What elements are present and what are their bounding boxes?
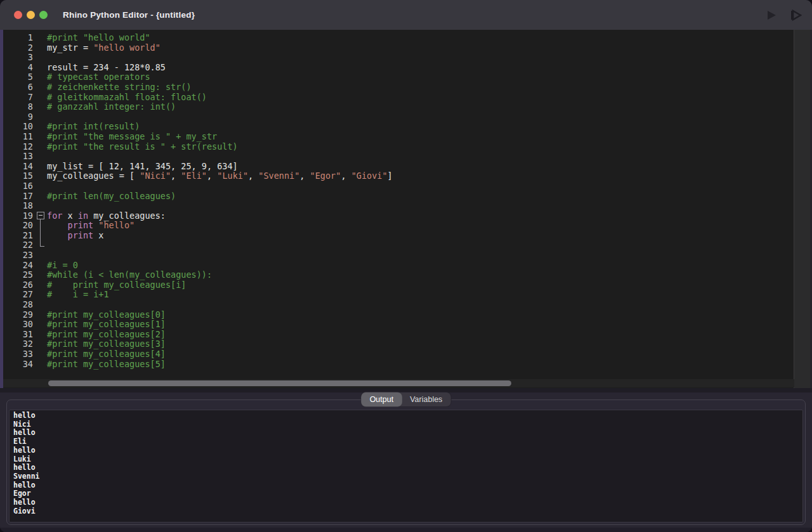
output-variables-tabs: OutputVariables xyxy=(362,393,451,406)
output-line: Svenni xyxy=(13,472,802,481)
code-line[interactable]: 29#print my_colleagues[0] xyxy=(3,310,794,320)
line-number[interactable]: 21 xyxy=(3,231,33,241)
line-number[interactable]: 33 xyxy=(3,349,33,360)
line-number[interactable]: 29 xyxy=(3,310,33,320)
horizontal-scrollbar-track[interactable] xyxy=(3,379,794,387)
code-line[interactable]: 7# gleitkommazahl float: float() xyxy=(3,93,794,103)
line-number[interactable]: 8 xyxy=(3,102,33,112)
code-line[interactable]: 16 xyxy=(3,181,794,191)
code-line[interactable]: 31#print my_colleagues[2] xyxy=(3,330,794,340)
code-line[interactable]: 30#print my_colleagues[1] xyxy=(3,320,794,330)
fold-column xyxy=(33,152,47,162)
fold-collapse-icon[interactable] xyxy=(37,212,44,219)
line-number[interactable]: 23 xyxy=(3,250,33,261)
line-number[interactable]: 34 xyxy=(3,360,33,370)
line-number[interactable]: 5 xyxy=(3,72,33,82)
code-line[interactable]: 12#print "the result is " + str(result) xyxy=(3,142,794,152)
fold-column xyxy=(33,82,47,93)
fold-column xyxy=(33,181,47,191)
code-line[interactable]: 1#print "hello world" xyxy=(3,33,794,43)
fold-column xyxy=(33,280,47,290)
line-number[interactable]: 19 xyxy=(3,211,33,221)
code-text: # typecast operators xyxy=(47,72,150,82)
line-number[interactable]: 1 xyxy=(3,33,33,43)
fold-column xyxy=(33,360,47,370)
code-line[interactable]: 24#i = 0 xyxy=(3,261,794,271)
line-number[interactable]: 3 xyxy=(3,53,33,63)
code-line[interactable]: 33#print my_colleagues[4] xyxy=(3,349,794,360)
tab-variables[interactable]: Variables xyxy=(402,393,450,406)
code-line[interactable]: 34#print my_colleagues[5] xyxy=(3,360,794,370)
code-line[interactable]: 8# ganzzahl integer: int() xyxy=(3,102,794,112)
line-number[interactable]: 11 xyxy=(3,132,33,142)
code-line[interactable]: 14my_list = [ 12, 141, 345, 25, 9, 634] xyxy=(3,162,794,172)
line-number[interactable]: 20 xyxy=(3,221,33,231)
code-line[interactable]: 26# print my_colleagues[i] xyxy=(3,280,794,290)
line-number[interactable]: 2 xyxy=(3,43,33,53)
code-line[interactable]: 10#print int(result) xyxy=(3,122,794,132)
code-line[interactable]: 22 xyxy=(3,240,794,250)
code-line[interactable]: 19for x in my_colleagues: xyxy=(3,211,794,221)
code-line[interactable]: 23 xyxy=(3,250,794,261)
editor-area[interactable]: 1#print "hello world"2my_str = "hello wo… xyxy=(3,30,794,388)
line-number[interactable]: 16 xyxy=(3,181,33,191)
tab-output[interactable]: Output xyxy=(362,393,402,406)
code-line[interactable]: 4result = 234 - 128*0.85 xyxy=(3,63,794,73)
code-line[interactable]: 27# i = i+1 xyxy=(3,290,794,300)
fold-column xyxy=(33,53,47,63)
code-line[interactable]: 2my_str = "hello world" xyxy=(3,43,794,53)
line-number[interactable]: 14 xyxy=(3,162,33,172)
code-line[interactable]: 18 xyxy=(3,201,794,211)
code-text: # ganzzahl integer: int() xyxy=(47,102,176,112)
run-icon[interactable] xyxy=(765,9,778,22)
fold-column xyxy=(33,330,47,340)
fold-guide-end xyxy=(40,246,44,247)
line-number[interactable]: 17 xyxy=(3,191,33,202)
line-number[interactable]: 4 xyxy=(3,63,33,73)
close-button[interactable] xyxy=(14,11,22,19)
code-editor[interactable]: 1#print "hello world"2my_str = "hello wo… xyxy=(0,30,812,388)
code-line[interactable]: 28 xyxy=(3,300,794,310)
code-line[interactable]: 15my_colleagues = [ "Nici", "Eli", "Luki… xyxy=(3,171,794,181)
code-line[interactable]: 9 xyxy=(3,112,794,122)
line-number[interactable]: 10 xyxy=(3,122,33,132)
code-line[interactable]: 5# typecast operators xyxy=(3,72,794,82)
fold-column xyxy=(33,112,47,122)
code-line[interactable]: 21 print x xyxy=(3,231,794,241)
code-line[interactable]: 11#print "the message is " + my_str xyxy=(3,132,794,142)
line-number[interactable]: 31 xyxy=(3,330,33,340)
line-number[interactable]: 18 xyxy=(3,201,33,211)
line-number[interactable]: 22 xyxy=(3,240,33,250)
line-number[interactable]: 15 xyxy=(3,171,33,181)
line-number[interactable]: 9 xyxy=(3,112,33,122)
output-line: Nici xyxy=(13,420,802,429)
output-console[interactable]: helloNicihelloElihelloLukihelloSvennihel… xyxy=(9,410,803,522)
minimize-button[interactable] xyxy=(27,11,35,19)
line-number[interactable]: 32 xyxy=(3,339,33,349)
code-line[interactable]: 20 print "hello" xyxy=(3,221,794,231)
run-with-debug-icon[interactable] xyxy=(789,9,802,22)
line-number[interactable]: 27 xyxy=(3,290,33,300)
line-number[interactable]: 24 xyxy=(3,261,33,271)
line-number[interactable]: 28 xyxy=(3,300,33,310)
line-number[interactable]: 13 xyxy=(3,152,33,162)
line-number[interactable]: 30 xyxy=(3,320,33,330)
line-number[interactable]: 6 xyxy=(3,82,33,93)
code-text: #print my_colleagues[5] xyxy=(47,360,166,370)
zoom-button[interactable] xyxy=(39,11,48,19)
code-line[interactable]: 17#print len(my_colleagues) xyxy=(3,191,794,202)
line-number[interactable]: 26 xyxy=(3,280,33,290)
toolbar xyxy=(765,0,802,30)
code-line[interactable]: 3 xyxy=(3,53,794,63)
line-number[interactable]: 25 xyxy=(3,270,33,280)
code-line[interactable]: 6# zeichenkette string: str() xyxy=(3,82,794,93)
line-number[interactable]: 12 xyxy=(3,142,33,152)
horizontal-scrollbar-thumb[interactable] xyxy=(48,380,511,386)
line-number[interactable]: 7 xyxy=(3,93,33,103)
code-line[interactable]: 13 xyxy=(3,152,794,162)
code-text: #print my_colleagues[0] xyxy=(47,310,166,320)
code-line[interactable]: 25#while (i < len(my_colleagues)): xyxy=(3,270,794,280)
output-line: hello xyxy=(13,481,802,490)
code-line[interactable]: 32#print my_colleagues[3] xyxy=(3,339,794,349)
vertical-scrollbar-track[interactable] xyxy=(794,30,812,388)
